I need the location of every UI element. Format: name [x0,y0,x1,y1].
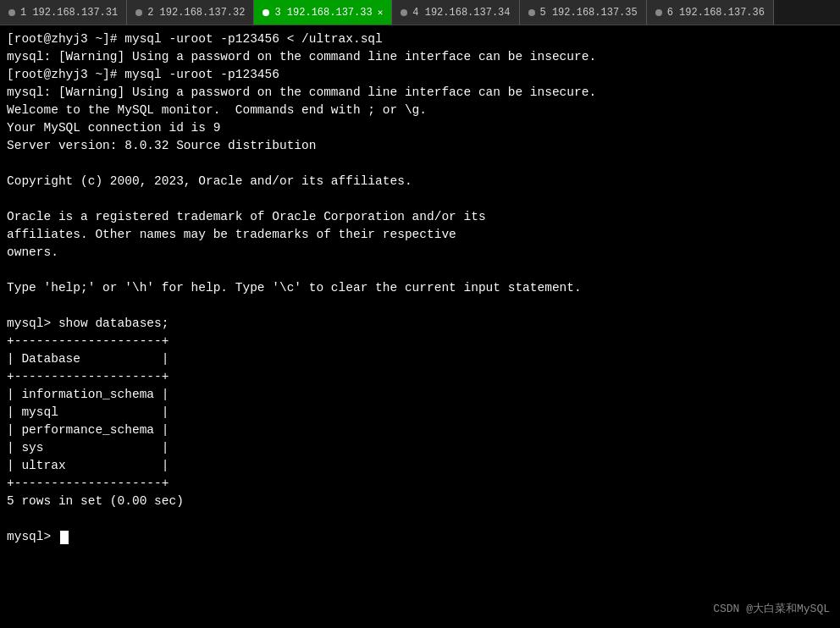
tab-5[interactable]: 5 192.168.137.35 [520,0,647,25]
watermark: CSDN @大白菜和MySQL [713,602,830,618]
tab-label-2: 2 192.168.137.32 [147,7,245,19]
terminal-line: | information_schema | [7,386,833,404]
tab-bar: 1 192.168.137.31 2 192.168.137.32 3 192.… [0,0,840,25]
tab-label-3: 3 192.168.137.33 [274,7,372,19]
terminal-line: 5 rows in set (0.00 sec) [7,493,833,510]
terminal-line [7,510,833,528]
terminal-line: Oracle is a registered trademark of Orac… [7,208,833,226]
terminal-line: | mysql | [7,404,833,421]
terminal-line: [root@zhyj3 ~]# mysql -uroot -p123456 [7,66,833,84]
terminal-line: +--------------------+ [7,333,833,350]
terminal-line: Server version: 8.0.32 Source distributi… [7,137,833,155]
terminal-line: | ultrax | [7,457,833,475]
tab-dot-6 [655,9,662,16]
terminal-line [7,262,833,279]
tab-3[interactable]: 3 192.168.137.33 ✕ [254,0,392,25]
terminal-line: Copyright (c) 2000, 2023, Oracle and/or … [7,173,833,190]
terminal-line: mysql> [7,528,833,546]
terminal-line [7,190,833,208]
tab-4[interactable]: 4 192.168.137.34 [392,0,519,25]
terminal-line: | performance_schema | [7,421,833,439]
tab-dot-5 [528,9,535,16]
terminal-line: owners. [7,244,833,262]
terminal-line: +--------------------+ [7,475,833,493]
tab-label-5: 5 192.168.137.35 [540,7,638,19]
tab-dot-1 [8,9,15,16]
terminal-line: [root@zhyj3 ~]# mysql -uroot -p123456 < … [7,30,833,48]
terminal-line: Your MySQL connection id is 9 [7,119,833,137]
terminal-output: [root@zhyj3 ~]# mysql -uroot -p123456 < … [7,30,833,546]
tab-dot-3 [262,9,269,16]
terminal-line: +--------------------+ [7,368,833,386]
tab-label-4: 4 192.168.137.34 [412,7,510,19]
tab-1[interactable]: 1 192.168.137.31 [0,0,127,25]
close-icon[interactable]: ✕ [378,7,384,18]
terminal-cursor [60,531,69,544]
tab-dot-2 [135,9,142,16]
terminal-line: Welcome to the MySQL monitor. Commands e… [7,102,833,119]
terminal-line: | Database | [7,350,833,368]
tab-dot-4 [401,9,407,16]
tab-label-6: 6 192.168.137.36 [667,7,765,19]
tab-label-1: 1 192.168.137.31 [20,7,118,19]
terminal-line: affiliates. Other names may be trademark… [7,226,833,244]
terminal-line: Type 'help;' or '\h' for help. Type '\c'… [7,279,833,297]
terminal-line: mysql: [Warning] Using a password on the… [7,48,833,66]
terminal-line: | sys | [7,439,833,457]
terminal[interactable]: [root@zhyj3 ~]# mysql -uroot -p123456 < … [0,25,840,628]
terminal-line: mysql> show databases; [7,315,833,333]
tab-2[interactable]: 2 192.168.137.32 [127,0,254,25]
terminal-line: mysql: [Warning] Using a password on the… [7,84,833,102]
terminal-line [7,155,833,173]
tab-6[interactable]: 6 192.168.137.36 [647,0,774,25]
terminal-line [7,297,833,315]
